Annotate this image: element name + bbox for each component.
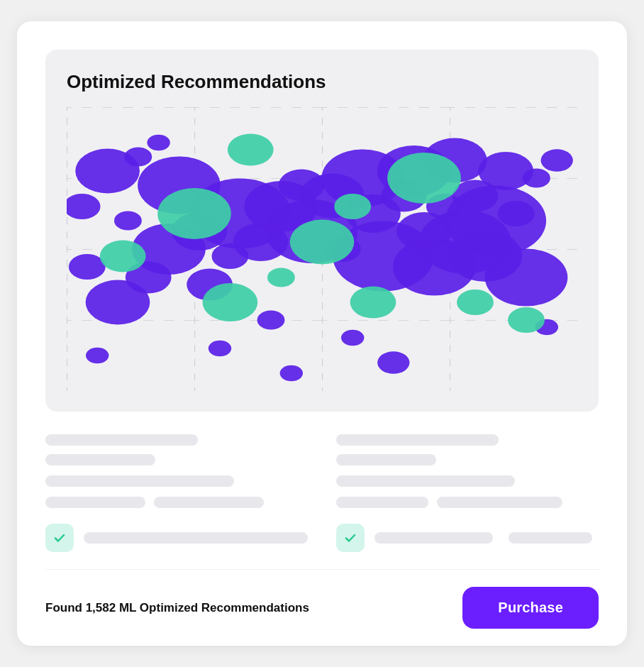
skeleton-row-3 xyxy=(45,497,599,508)
dots-svg xyxy=(67,107,577,391)
svg-point-38 xyxy=(69,254,106,280)
purchase-button[interactable]: Purchase xyxy=(462,587,599,629)
checkmark-left xyxy=(52,531,67,545)
skeleton-bar xyxy=(336,454,436,465)
skeleton-bar xyxy=(336,475,515,487)
svg-point-3 xyxy=(124,148,152,167)
col-right-1 xyxy=(336,434,599,465)
col-right-2 xyxy=(336,475,599,487)
svg-point-41 xyxy=(341,330,364,346)
check-right xyxy=(336,524,599,552)
skeleton-bar xyxy=(336,497,428,508)
skeleton-row-2 xyxy=(45,475,599,487)
col-left-2 xyxy=(45,475,308,487)
svg-point-55 xyxy=(267,268,295,287)
svg-point-54 xyxy=(228,134,274,166)
svg-point-35 xyxy=(523,169,550,188)
svg-point-40 xyxy=(257,311,285,330)
svg-point-46 xyxy=(100,241,146,272)
skeleton-bar xyxy=(45,475,234,487)
chart-container: Optimized Recommendations xyxy=(45,50,599,412)
svg-point-4 xyxy=(147,135,170,151)
footer-bar: Found 1,582 ML Optimized Recommendations… xyxy=(45,569,599,629)
skeleton-row-1 xyxy=(45,434,599,465)
scatter-area xyxy=(67,107,577,391)
check-icon-right xyxy=(336,524,365,552)
skeleton-bar xyxy=(374,532,493,544)
skeleton-bar xyxy=(336,434,499,446)
skeleton-bar xyxy=(45,497,145,508)
skeleton-bar xyxy=(437,497,563,508)
svg-point-39 xyxy=(86,348,109,364)
svg-point-52 xyxy=(387,153,461,204)
footer-count-text: Found 1,582 ML Optimized Recommendations xyxy=(45,601,309,615)
svg-point-9 xyxy=(86,280,150,325)
svg-point-51 xyxy=(334,194,371,219)
content-middle xyxy=(45,434,599,569)
skeleton-bar xyxy=(154,497,264,508)
svg-point-34 xyxy=(485,249,568,307)
svg-point-37 xyxy=(541,149,573,172)
svg-point-42 xyxy=(377,351,409,374)
svg-point-56 xyxy=(508,307,545,333)
check-icon-left xyxy=(45,524,74,552)
svg-point-47 xyxy=(157,188,231,239)
col-left-3 xyxy=(45,497,308,508)
svg-point-43 xyxy=(280,365,303,382)
skeleton-bar xyxy=(45,434,198,446)
svg-point-53 xyxy=(457,290,494,315)
svg-point-48 xyxy=(203,283,258,321)
check-left xyxy=(45,524,308,552)
skeleton-bar xyxy=(45,454,155,465)
svg-point-50 xyxy=(350,287,396,319)
chart-title: Optimized Recommendations xyxy=(67,71,577,93)
svg-point-44 xyxy=(114,211,142,231)
svg-point-49 xyxy=(290,220,355,265)
skeleton-bar xyxy=(84,532,308,544)
col-right-3 xyxy=(336,497,599,508)
skeleton-bar xyxy=(509,532,592,544)
svg-point-45 xyxy=(209,341,231,357)
checkmark-right xyxy=(343,531,357,545)
check-rows xyxy=(45,524,599,552)
main-card: Optimized Recommendations xyxy=(17,21,627,646)
svg-point-33 xyxy=(498,201,535,226)
col-left-1 xyxy=(45,434,308,465)
svg-point-2 xyxy=(67,194,101,219)
svg-point-32 xyxy=(478,152,533,190)
